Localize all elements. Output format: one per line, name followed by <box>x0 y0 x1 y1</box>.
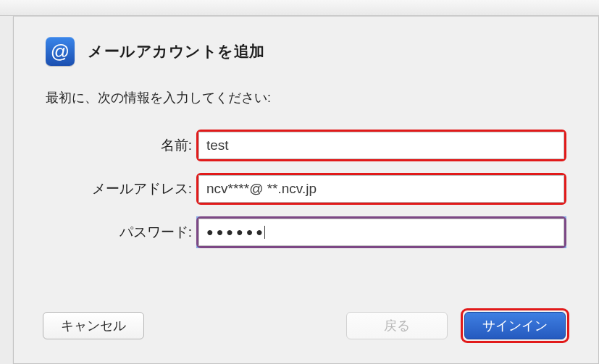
cancel-button[interactable]: キャンセル <box>43 312 144 339</box>
password-masked-value: ●●●●●● <box>206 226 266 239</box>
name-field-highlight <box>196 130 566 161</box>
sheet-title: メールアカウントを追加 <box>88 41 265 62</box>
form-area: 名前: メールアドレス: パスワード: ●●●●●● <box>46 130 566 248</box>
button-row: キャンセル 戻る サインイン <box>43 308 569 343</box>
name-label: 名前: <box>46 136 196 155</box>
window-backdrop: @ メールアカウントを追加 最初に、次の情報を入力してください: 名前: メール… <box>0 0 599 364</box>
signin-button[interactable]: サインイン <box>464 312 566 339</box>
password-row: パスワード: ●●●●●● <box>46 216 566 248</box>
mail-account-at-icon: @ <box>46 37 75 66</box>
sheet-header: @ メールアカウントを追加 <box>46 37 569 66</box>
password-field-highlight: ●●●●●● <box>196 216 566 248</box>
email-input[interactable] <box>198 175 564 203</box>
email-field-highlight <box>196 173 566 205</box>
password-input[interactable]: ●●●●●● <box>198 219 564 246</box>
email-row: メールアドレス: <box>46 173 566 205</box>
name-row: 名前: <box>46 130 566 161</box>
at-glyph: @ <box>51 42 70 61</box>
email-label: メールアドレス: <box>46 179 196 198</box>
add-mail-account-sheet: @ メールアカウントを追加 最初に、次の情報を入力してください: 名前: メール… <box>13 16 599 364</box>
signin-button-highlight: サインイン <box>461 308 569 343</box>
window-titlebar-strip <box>0 0 599 16</box>
name-input[interactable] <box>198 132 564 159</box>
back-button[interactable]: 戻る <box>346 312 448 339</box>
right-button-group: 戻る サインイン <box>346 308 569 343</box>
sheet-subtitle: 最初に、次の情報を入力してください: <box>46 89 569 106</box>
text-caret <box>264 226 265 239</box>
password-label: パスワード: <box>46 223 196 242</box>
